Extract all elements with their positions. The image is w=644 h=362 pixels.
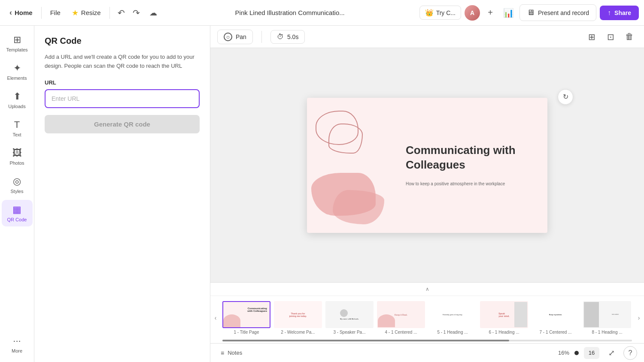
resize-label: Resize [81,9,101,16]
filmstrip: Communicatingwith Colleagues 1 - Title P… [221,298,634,338]
status-bar: ≡ Notes 16% 16 ⤢ ? [210,343,644,362]
notes-label: Notes [228,350,242,356]
slide-thumb-label-6: 6 - 1 Heading ... [489,330,519,335]
divider [41,7,42,19]
more-label: More [12,348,22,353]
try-canva-button[interactable]: 👑 Try C... [419,6,461,20]
slide-subtitle: How to keep a positive atmosphere in the… [406,181,539,187]
text-label: Text [12,132,21,137]
zoom-dot [574,351,579,355]
thumb-blob-1 [223,314,240,327]
resize-button[interactable]: ★ Resize [67,6,105,20]
sidebar-item-styles[interactable]: ◎ Styles [2,172,33,198]
slide-thumb-5[interactable]: Honestly goes a long way. 5 - 1 Heading … [428,301,477,335]
qr-url-input[interactable] [45,89,200,108]
more-icon: ··· [13,335,21,347]
page-number-button[interactable]: 16 [584,347,599,359]
text-icon: T [14,119,20,130]
slide-thumb-img-2: Thank you forjoining me today. [274,301,322,328]
filmstrip-scrollbar-thumb [222,340,509,341]
slide-thumb-3[interactable]: My name is Ali Michaels. 3 - Speaker Pa.… [325,301,374,335]
save-button[interactable]: ☁ [146,6,161,19]
slide-illustration-area [307,98,397,233]
slide-thumb-img-6: Speakyour mind. [480,301,528,328]
qr-url-label: URL [45,79,200,86]
home-label: Home [15,9,33,16]
refresh-button[interactable]: ↻ [558,89,573,105]
add-collaborator-button[interactable]: + [483,6,497,20]
slide-thumb-7[interactable]: Keep it positive. 7 - 1 Centered ... [532,301,580,335]
filmstrip-nav: ‹ Communicatingwith Colleagues 1 - Title… [210,296,644,340]
slide-preview: Communicating with Colleagues How to kee… [307,98,547,233]
filmstrip-prev-button[interactable]: ‹ [210,301,221,335]
help-button[interactable]: ? [623,346,637,360]
slide-thumb-label-5: 5 - 1 Heading ... [437,330,468,335]
history-buttons: ↶ ↷ [114,6,143,20]
chevron-left-icon: ‹ [9,8,12,17]
sidebar-item-elements[interactable]: ✦ Elements [2,58,33,85]
slide-thumb-label-3: 3 - Speaker Pa... [333,330,365,335]
filmstrip-scrollbar[interactable] [222,340,632,341]
uploads-label: Uploads [8,104,25,109]
share-button[interactable]: ↑ Share [600,6,639,20]
slide-thumb-label-8: 8 - 1 Heading ... [592,330,622,335]
thumb-title-1: Communicatingwith Colleagues [242,305,270,314]
user-avatar[interactable]: A [465,5,480,21]
sidebar-item-uploads[interactable]: ⬆ Uploads [2,87,33,113]
undo-button[interactable]: ↶ [114,6,128,20]
sidebar-item-text[interactable]: T Text [2,115,33,142]
sidebar-item-photos[interactable]: 🖼 Photos [2,143,33,170]
analytics-button[interactable]: 📊 [501,5,516,21]
slide-thumb-img-1: Communicatingwith Colleagues [222,301,270,328]
uploads-icon: ⬆ [13,91,21,102]
styles-label: Styles [11,189,24,194]
notes-icon: ≡ [221,350,224,356]
zoom-level: 16% [558,350,569,356]
templates-icon: ⊞ [13,34,21,45]
toolbar-right-icons: ⊞ ⊡ 🗑 [584,29,637,45]
present-and-record-button[interactable]: 🖥 Present and record [519,4,596,21]
qr-panel-description: Add a URL and we'll create a QR code for… [45,53,200,71]
elements-label: Elements [7,75,27,81]
slide-content: Communicating with Colleagues How to kee… [397,98,547,233]
clock-icon: ⏱ [277,33,284,41]
thumb-blob-4 [378,314,395,327]
slide-thumb-6[interactable]: Speakyour mind. 6 - 1 Heading ... [480,301,528,335]
home-button[interactable]: ‹ Home [5,6,37,20]
slide-thumb-1[interactable]: Communicatingwith Colleagues 1 - Title P… [222,301,270,335]
slide-thumb-8[interactable]: text content 8 - 1 Heading ... [583,301,631,335]
sidebar-item-more[interactable]: ··· More [2,331,33,358]
redo-button[interactable]: ↷ [129,6,143,20]
canvas-content[interactable]: Communicating with Colleagues How to kee… [210,48,644,282]
slide-illustration [307,98,397,233]
decoration-blob-4 [333,190,384,224]
notes-button[interactable]: ≡ Notes [217,348,246,358]
left-sidebar: ⊞ Templates ✦ Elements ⬆ Uploads T Text … [0,26,34,362]
photos-label: Photos [9,160,24,166]
photos-icon: 🖼 [12,148,22,159]
grid-view-button[interactable]: ⊡ [603,29,618,45]
divider-2 [109,7,110,19]
slide-thumb-img-8: text content [583,301,631,328]
pan-icon: ○ [224,33,232,41]
expand-button[interactable]: ⤢ [605,346,618,360]
filmstrip-next-button[interactable]: › [634,301,644,335]
slide-thumb-2[interactable]: Thank you forjoining me today. 2 - Welco… [274,301,322,335]
top-bar-right: 👑 Try C... A + 📊 🖥 Present and record ↑ … [419,4,639,21]
slide-thumb-img-7: Keep it positive. [532,301,580,328]
delete-page-button[interactable]: 🗑 [622,29,637,45]
collapse-filmstrip-button[interactable]: ∧ [422,284,433,294]
generate-qr-button[interactable]: Generate QR code [45,115,200,133]
add-page-button[interactable]: ⊞ [584,29,599,45]
qrcode-icon: ▦ [12,204,21,215]
slide-thumb-img-5: Honestly goes a long way. [428,301,477,328]
pan-button[interactable]: ○ Pan [217,30,253,44]
file-button[interactable]: File [46,6,65,19]
sidebar-item-templates[interactable]: ⊞ Templates [2,30,33,57]
slide-thumb-4[interactable]: Keep it Real. 4 - 1 Centered ... [377,301,425,335]
sidebar-item-qrcode[interactable]: ▦ QR Code [2,200,33,226]
qrcode-label: QR Code [7,217,27,222]
try-label: Try C... [436,9,456,16]
time-button[interactable]: ⏱ 5.0s [270,30,305,44]
styles-icon: ◎ [13,176,21,187]
